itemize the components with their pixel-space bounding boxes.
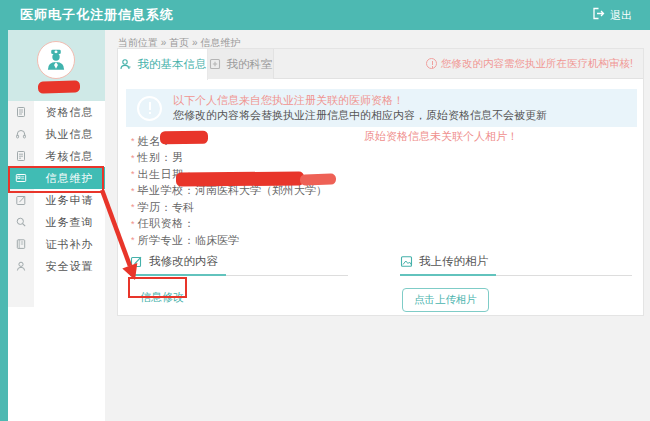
logout-button[interactable]: 退出: [592, 6, 650, 24]
field-value: 河南医科大学（郑州大学）: [195, 183, 327, 198]
sidebar-item-label: 业务查询: [34, 211, 105, 233]
sidebar-item-label: 执业信息: [34, 123, 105, 145]
logout-label: 退出: [610, 8, 632, 23]
notice-line1: 以下个人信息来自您执业注册关联的医师资格！: [173, 93, 547, 108]
image-icon: [400, 255, 413, 268]
section-header: 我上传的相片: [400, 254, 632, 276]
document-icon: [8, 101, 34, 123]
edit-icon: [8, 189, 34, 211]
app-title: 医师电子化注册信息系统: [0, 6, 174, 24]
sidebar-item-security-settings[interactable]: 安全设置: [8, 255, 105, 277]
sidebar-item-business-application[interactable]: 业务申请: [8, 189, 105, 211]
field-row-name: * 姓名：: [131, 133, 327, 150]
headset-icon: [8, 123, 34, 145]
tab-label: 我的基本信息: [138, 57, 207, 72]
sidebar-menu: 资格信息 执业信息 考核信息 信息维护 业务申请: [8, 101, 105, 277]
section-title: 我修改的内容: [149, 254, 218, 269]
field-label: 性别：: [138, 150, 173, 165]
app-header: 医师电子化注册信息系统 退出: [0, 0, 650, 30]
field-label: 毕业学校：: [138, 183, 196, 198]
sidebar: 资格信息 执业信息 考核信息 信息维护 业务申请: [0, 30, 105, 421]
sidebar-item-assessment-info[interactable]: 考核信息: [8, 145, 105, 167]
exclamation-circle-icon: [426, 58, 437, 69]
sidebar-item-certificate-reissue[interactable]: 证书补办: [8, 233, 105, 255]
user-icon: [8, 255, 34, 277]
field-row-professional-title: * 任职资格：: [131, 216, 327, 233]
sidebar-item-practice-info[interactable]: 执业信息: [8, 123, 105, 145]
sidebar-accent-strip: [0, 30, 8, 421]
sidebar-item-label: 资格信息: [34, 101, 105, 123]
file-icon: [8, 145, 34, 167]
tab-my-department[interactable]: 我的科室: [208, 49, 274, 79]
required-marker: *: [131, 169, 135, 179]
main-content: 当前位置 » 首页 » 信息维护 我的基本信息 我的科室 您修改的内容需您执业所…: [105, 30, 650, 421]
required-marker: *: [131, 186, 135, 196]
section-header: 我修改的内容: [130, 254, 348, 276]
field-label: 任职资格：: [138, 216, 196, 231]
required-marker: *: [131, 202, 135, 212]
field-row-gender: * 性别： 男: [131, 150, 327, 167]
section-uploaded-photos: 我上传的相片 点击上传相片: [400, 254, 632, 312]
info-exclamation-icon: [137, 96, 162, 121]
field-list: * 姓名： * 性别： 男 * 出生日期： * 毕业学校： 河南医科大学（郑州大…: [131, 133, 327, 249]
field-label: 所学专业：: [138, 233, 196, 248]
field-value: 专科: [172, 200, 194, 215]
review-warning: 您修改的内容需您执业所在医疗机构审核!: [426, 49, 643, 78]
sidebar-item-qualification-info[interactable]: 资格信息: [8, 101, 105, 123]
field-label: 出生日期：: [138, 167, 196, 182]
field-value: 男: [172, 150, 183, 165]
notice-text: 以下个人信息来自您执业注册关联的医师资格！ 您修改的内容将会替换执业注册信息中的…: [173, 93, 547, 123]
sidebar-item-info-maintenance[interactable]: 信息维护: [8, 167, 105, 189]
required-marker: *: [131, 136, 135, 146]
field-row-graduation-school: * 毕业学校： 河南医科大学（郑州大学）: [131, 183, 327, 200]
plus-square-icon: [209, 58, 221, 70]
info-modify-link[interactable]: 信息修改: [140, 290, 184, 305]
sidebar-item-label: 安全设置: [34, 255, 105, 277]
pencil-square-icon: [130, 255, 143, 268]
person-icon: [119, 58, 132, 71]
field-row-education: * 学历： 专科: [131, 199, 327, 216]
book-icon: [8, 233, 34, 255]
notice-box: 以下个人信息来自您执业注册关联的医师资格！ 您修改的内容将会替换执业注册信息中的…: [126, 89, 637, 127]
tab-my-basic-info[interactable]: 我的基本信息: [118, 49, 208, 80]
sidebar-item-business-query[interactable]: 业务查询: [8, 211, 105, 233]
id-card-icon: [8, 167, 34, 189]
field-label: 学历：: [138, 200, 173, 215]
doctor-icon: [43, 47, 69, 73]
logout-icon: [592, 6, 605, 24]
required-marker: *: [131, 235, 135, 245]
review-warning-text: 您修改的内容需您执业所在医疗机构审核!: [441, 57, 633, 71]
field-row-birth-date: * 出生日期：: [131, 166, 327, 183]
field-label: 姓名：: [138, 134, 173, 149]
notice-line2: 您修改的内容将会替换执业注册信息中的相应内容，原始资格信息不会被更新: [173, 108, 547, 123]
sidebar-item-label: 业务申请: [34, 189, 105, 211]
sidebar-item-label: 证书补办: [34, 233, 105, 255]
section-modified-content: 我修改的内容 信息修改: [130, 254, 348, 305]
sidebar-item-label: 考核信息: [34, 145, 105, 167]
photo-note: 原始资格信息未关联个人相片！: [364, 129, 518, 144]
sidebar-item-label: 信息维护: [34, 167, 105, 189]
required-marker: *: [131, 153, 135, 163]
avatar[interactable]: [37, 41, 75, 79]
section-title: 我上传的相片: [419, 254, 488, 269]
info-card: 我的基本信息 我的科室 您修改的内容需您执业所在医疗机构审核! 以下个人信息来自…: [117, 48, 644, 316]
required-marker: *: [131, 219, 135, 229]
field-value: 临床医学: [195, 233, 239, 248]
search-icon: [8, 211, 34, 233]
tab-bar: 我的基本信息 我的科室 您修改的内容需您执业所在医疗机构审核!: [118, 49, 643, 79]
upload-photo-button[interactable]: 点击上传相片: [402, 288, 489, 312]
profile-panel: [8, 30, 105, 101]
field-row-major: * 所学专业： 临床医学: [131, 232, 327, 249]
tab-label: 我的科室: [227, 57, 273, 72]
